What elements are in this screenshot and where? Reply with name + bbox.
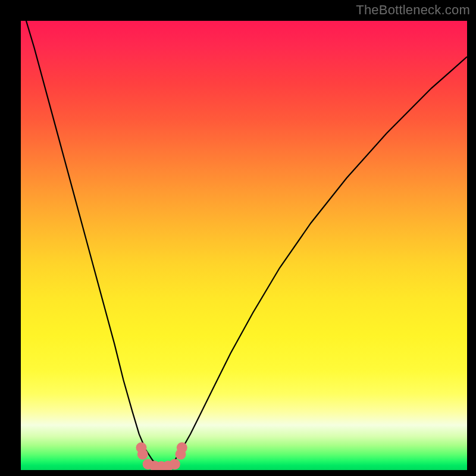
plot-area — [21, 21, 467, 470]
marker-dot — [177, 442, 187, 453]
marker-dot — [137, 449, 148, 460]
watermark-text: TheBottleneck.com — [356, 2, 470, 18]
marker-cluster — [136, 442, 187, 470]
marker-dot — [170, 459, 180, 469]
bottleneck-curve-line — [21, 21, 467, 466]
bottleneck-curve-chart — [21, 21, 467, 470]
chart-frame: TheBottleneck.com — [0, 0, 476, 476]
